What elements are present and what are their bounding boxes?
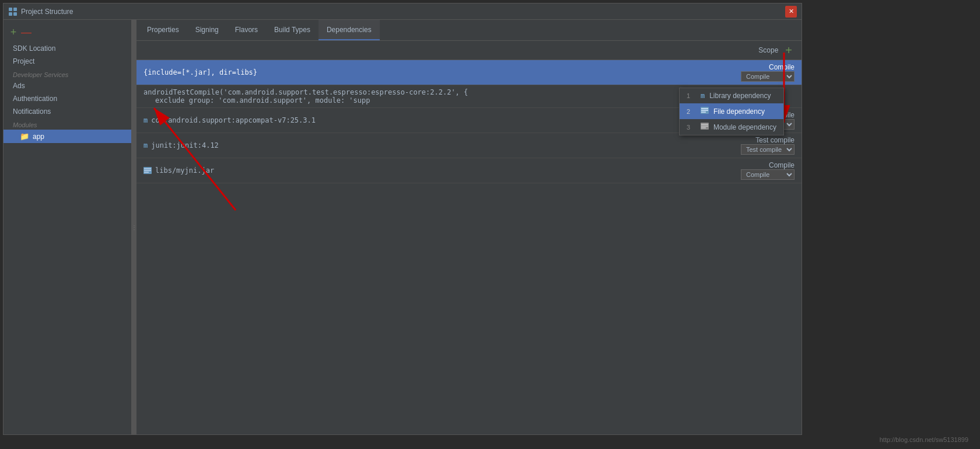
svg-rect-10 [701, 110, 708, 111]
dep-row-myjni[interactable]: libs/myjni.jar Compile Compile Test comp… [136, 158, 802, 183]
dropdown-item-file[interactable]: 2 File dependency [680, 103, 783, 119]
dep-icon-m-junit: m [144, 141, 148, 149]
sidebar-item-sdk-location[interactable]: SDK Location [4, 42, 131, 55]
dep-name-junit: junit:junit:4.12 [151, 141, 724, 149]
dropdown-item-label-library: Library dependency [709, 92, 771, 100]
resize-handle[interactable]: ⋮ [132, 20, 136, 434]
dropdown-item-module[interactable]: 3 Module dependency [680, 119, 783, 135]
svg-rect-11 [701, 112, 706, 113]
tab-signing[interactable]: Signing [187, 20, 227, 40]
svg-rect-15 [701, 127, 706, 128]
dep-row-include[interactable]: {include=[*.jar], dir=libs} Compile Comp… [136, 60, 802, 85]
svg-rect-14 [701, 126, 708, 127]
svg-rect-0 [9, 8, 12, 11]
dropdown-item-label-file: File dependency [713, 107, 765, 116]
add-button[interactable]: + [8, 27, 19, 37]
close-button[interactable]: ✕ [785, 6, 797, 18]
watermark: http://blog.csdn.net/sw5131899 [880, 436, 968, 443]
project-structure-window: Project Structure ✕ + — SDK Location Pro… [3, 3, 802, 435]
window-icon [8, 7, 18, 16]
dep-scope-dropdown-myjni[interactable]: Compile Test compile Provided [741, 169, 794, 180]
sidebar-item-notifications[interactable]: Notifications [4, 105, 131, 118]
dep-name-myjni: libs/myjni.jar [155, 166, 724, 175]
folder-icon: 📁 [20, 132, 29, 141]
module-dep-icon [701, 123, 709, 131]
dep-row-junit[interactable]: m junit:junit:4.12 Test compile Test com… [136, 133, 802, 158]
sidebar-item-app[interactable]: 📁 app [4, 130, 131, 143]
library-icon: m [701, 92, 705, 100]
dep-scope-myjni: Compile Compile Test compile Provided [724, 161, 794, 180]
tab-build-types[interactable]: Build Types [266, 20, 318, 40]
dropdown-item-library[interactable]: 1 m Library dependency [680, 88, 783, 103]
main-layout: + — SDK Location Project Developer Servi… [4, 20, 802, 434]
sidebar-item-authentication[interactable]: Authentication [4, 92, 131, 105]
dep-scope-junit: Test compile Test compile Compile Provid… [724, 136, 794, 155]
sidebar: + — SDK Location Project Developer Servi… [4, 20, 132, 434]
dep-scope-include: Compile Compile Test compile Provided [724, 63, 794, 82]
dep-scope-dropdown-junit[interactable]: Test compile Compile Provided [741, 144, 794, 155]
svg-rect-2 [9, 12, 12, 16]
svg-rect-3 [13, 12, 17, 16]
right-panel: Properties Signing Flavors Build Types D… [136, 20, 802, 434]
dep-name-appcompat: com.android.support:appcompat-v7:25.3.1 [151, 116, 724, 124]
tab-properties[interactable]: Properties [139, 20, 187, 40]
svg-rect-9 [701, 108, 708, 109]
dep-table-header: Scope + [136, 41, 802, 60]
dep-scope-dropdown-include[interactable]: Compile Test compile Provided [741, 71, 794, 82]
dep-icon-m-appcompat: m [144, 116, 148, 124]
sidebar-toolbar: + — [4, 25, 131, 42]
svg-rect-13 [701, 124, 708, 125]
file-dep-icon [701, 107, 709, 116]
tab-flavors[interactable]: Flavors [227, 20, 266, 40]
content-area: Scope + {include=[*.jar], dir=libs} Comp… [136, 41, 802, 434]
scope-header-label: Scope [758, 46, 778, 54]
dropdown-item-num-3: 3 [687, 124, 696, 131]
dep-icon-bar-myjni [144, 167, 152, 174]
svg-rect-5 [144, 168, 151, 169]
remove-button[interactable]: — [21, 27, 32, 37]
dropdown-item-num-2: 2 [687, 108, 696, 115]
title-bar: Project Structure ✕ [4, 4, 802, 20]
svg-rect-6 [144, 170, 151, 171]
sidebar-item-ads[interactable]: Ads [4, 79, 131, 92]
tabs-bar: Properties Signing Flavors Build Types D… [136, 20, 802, 41]
modules-section-label: Modules [4, 118, 131, 130]
dropdown-item-label-module: Module dependency [713, 123, 776, 131]
dependency-type-dropdown: 1 m Library dependency 2 [679, 88, 784, 135]
tab-dependencies[interactable]: Dependencies [318, 20, 380, 40]
svg-rect-7 [144, 172, 149, 173]
sidebar-item-project[interactable]: Project [4, 55, 131, 68]
dropdown-item-num-1: 1 [687, 92, 696, 99]
window-title: Project Structure [21, 8, 785, 16]
svg-rect-1 [13, 8, 17, 11]
dep-add-button[interactable]: + [783, 44, 794, 56]
sidebar-item-developer-services[interactable]: Developer Services [4, 68, 131, 79]
dep-name-include: {include=[*.jar], dir=libs} [144, 68, 724, 76]
